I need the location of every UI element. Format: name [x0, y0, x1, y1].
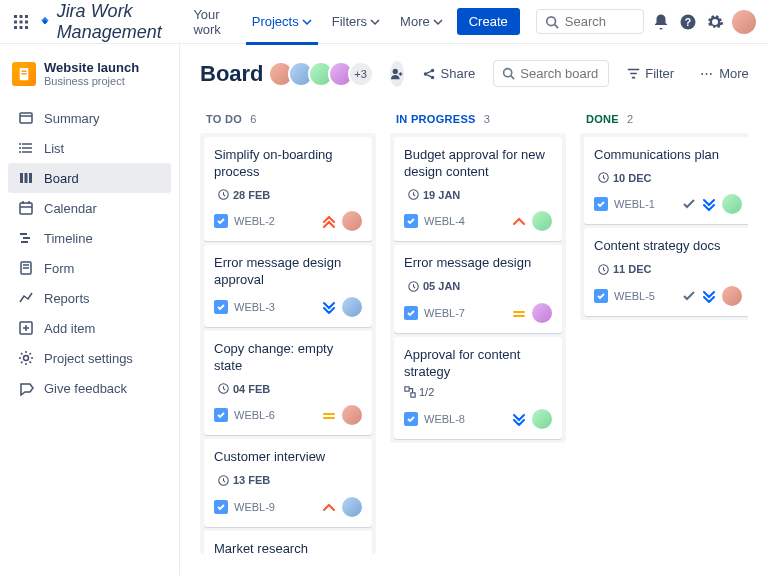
svg-rect-15 [21, 73, 26, 74]
create-button[interactable]: Create [457, 8, 520, 35]
card-date: 13 FEB [214, 472, 274, 488]
issue-type-icon [214, 214, 228, 228]
done-check-icon [682, 289, 696, 303]
sidebar-item-reports[interactable]: Reports [8, 283, 171, 313]
board-header: Board +3 Share Filter ⋯More [200, 60, 748, 87]
sidebar-item-board[interactable]: Board [8, 163, 171, 193]
sidebar-item-label: Timeline [44, 231, 93, 246]
task-icon [406, 414, 416, 424]
project-header[interactable]: Website launch Business project [8, 56, 171, 91]
svg-point-41 [392, 68, 397, 73]
assignee-avatar[interactable] [532, 211, 552, 231]
global-search[interactable] [536, 9, 644, 34]
assignee-avatar[interactable] [342, 405, 362, 425]
search-board[interactable] [493, 60, 609, 87]
card-key: WEBL-8 [424, 413, 465, 425]
sidebar-item-summary[interactable]: Summary [8, 103, 171, 133]
sidebar-icon [18, 290, 34, 306]
avatar-stack[interactable]: +3 [274, 61, 374, 87]
column-header[interactable]: IN PROGRESS3 [390, 105, 566, 133]
card[interactable]: Copy change: empty state 04 FEBWEBL-6 [204, 331, 372, 435]
nav-more[interactable]: More [394, 10, 449, 33]
project-type: Business project [44, 75, 139, 87]
card-key: WEBL-2 [234, 215, 275, 227]
notifications-button[interactable] [652, 8, 671, 36]
sidebar-item-project-settings[interactable]: Project settings [8, 343, 171, 373]
search-board-input[interactable] [520, 66, 600, 81]
nav-your-work[interactable]: Your work [187, 3, 237, 41]
card[interactable]: Approval for content strategy 1/2WEBL-8 [394, 337, 562, 440]
sidebar-item-give-feedback[interactable]: Give feedback [8, 373, 171, 403]
nav-projects[interactable]: Projects [246, 10, 318, 33]
assignee-avatar[interactable] [342, 211, 362, 231]
column-header[interactable]: TO DO6 [200, 105, 376, 133]
assignee-avatar[interactable] [532, 303, 552, 323]
svg-rect-26 [29, 173, 32, 183]
sidebar-item-calendar[interactable]: Calendar [8, 193, 171, 223]
more-button[interactable]: ⋯More [692, 61, 757, 86]
clock-icon [598, 264, 609, 275]
profile-avatar[interactable] [732, 10, 756, 34]
svg-rect-0 [14, 15, 17, 18]
column-count: 2 [627, 113, 633, 125]
card[interactable]: Content strategy docs 11 DECWEBL-5 [584, 228, 748, 315]
card[interactable]: Customer interview 13 FEBWEBL-9 [204, 439, 372, 526]
svg-text:?: ? [685, 15, 691, 27]
apps-icon [13, 14, 29, 30]
priority-lowest-icon [512, 412, 526, 426]
sidebar-item-timeline[interactable]: Timeline [8, 223, 171, 253]
share-button[interactable]: Share [414, 61, 484, 86]
subtask-icon [404, 386, 416, 398]
avatar-overflow[interactable]: +3 [348, 61, 374, 87]
sidebar-item-label: Summary [44, 111, 100, 126]
app-switcher[interactable] [12, 8, 31, 36]
sidebar-item-list[interactable]: List [8, 133, 171, 163]
svg-rect-8 [25, 26, 28, 29]
add-person-icon [390, 67, 404, 81]
card[interactable]: Communications plan 10 DECWEBL-1 [584, 137, 748, 224]
assignee-avatar[interactable] [342, 497, 362, 517]
card[interactable]: Budget approval for new design content 1… [394, 137, 562, 241]
svg-line-48 [511, 76, 514, 79]
project-icon [12, 62, 36, 86]
issue-type-icon [214, 408, 228, 422]
task-icon [216, 410, 226, 420]
sidebar-item-add-item[interactable]: Add item [8, 313, 171, 343]
settings-button[interactable] [705, 8, 724, 36]
card[interactable]: Simplify on-boarding process 28 FEBWEBL-… [204, 137, 372, 241]
sidebar-item-label: Project settings [44, 351, 133, 366]
card[interactable]: Market research 28 NOVWEBL-10 [204, 531, 372, 554]
column-header[interactable]: DONE2 [580, 105, 748, 133]
card-title: Customer interview [214, 449, 362, 466]
nav-filters[interactable]: Filters [326, 10, 386, 33]
assignee-avatar[interactable] [532, 409, 552, 429]
sidebar-icon [18, 320, 34, 336]
assignee-avatar[interactable] [722, 286, 742, 306]
svg-point-40 [24, 356, 29, 361]
svg-rect-3 [14, 20, 17, 23]
sidebar-item-label: Form [44, 261, 74, 276]
sidebar: Website launch Business project SummaryL… [0, 44, 180, 575]
svg-rect-7 [20, 26, 23, 29]
card[interactable]: Error message design 05 JANWEBL-7 [394, 245, 562, 332]
assignee-avatar[interactable] [722, 194, 742, 214]
sidebar-item-form[interactable]: Form [8, 253, 171, 283]
sidebar-icon [18, 200, 34, 216]
sidebar-icon [18, 230, 34, 246]
product-logo[interactable]: Jira Work Management [39, 1, 180, 43]
done-check-icon [682, 197, 696, 211]
card-title: Approval for content strategy [404, 347, 552, 381]
issue-type-icon [214, 300, 228, 314]
assignee-avatar[interactable] [342, 297, 362, 317]
global-search-input[interactable] [565, 14, 635, 29]
card-key: WEBL-3 [234, 301, 275, 313]
svg-rect-55 [405, 387, 409, 391]
search-icon [545, 15, 559, 29]
clock-icon [598, 172, 609, 183]
help-button[interactable]: ? [679, 8, 698, 36]
card[interactable]: Error message design approvalWEBL-3 [204, 245, 372, 327]
issue-type-icon [594, 289, 608, 303]
add-people-button[interactable] [390, 61, 404, 87]
column-inprogress: IN PROGRESS3Budget approval for new desi… [390, 105, 566, 554]
filter-button[interactable]: Filter [619, 61, 682, 86]
